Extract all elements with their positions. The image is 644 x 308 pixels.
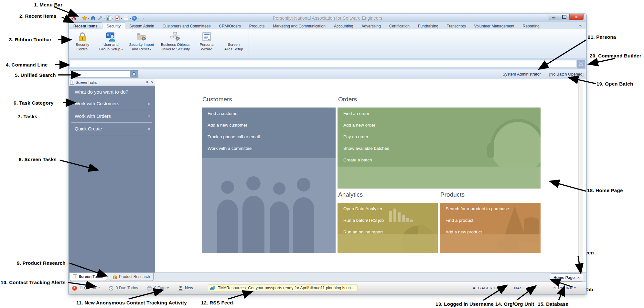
dropdown-arrow-icon[interactable]: ▾ <box>121 17 122 20</box>
toolbar-overflow-icon[interactable]: ▾ <box>143 17 145 20</box>
annotation-command-line: 4. Command Line <box>6 62 48 67</box>
tab-customers-committees[interactable]: Customers and Committees <box>158 23 215 29</box>
chevron-double-down-icon: » <box>147 102 152 105</box>
tab-fundraising[interactable]: Fundraising <box>414 23 443 29</box>
due-today-alerts[interactable]: 0 Due Today <box>109 286 138 291</box>
business-objects-universe-security-button[interactable]: Business Objects Universe Security <box>157 29 193 58</box>
products-image-band <box>440 234 541 253</box>
link-track-phone-call-or-email[interactable]: Track a phone call or email <box>202 131 336 142</box>
future-alerts[interactable]: 0 Future <box>147 286 169 291</box>
annotation-home-page: 18. Home Page <box>587 188 623 193</box>
tab-crm-orders[interactable]: CRM/Orders <box>215 23 245 29</box>
annotation-logged-in-username: 13. Logged in Username <box>435 301 494 307</box>
minimize-button[interactable] <box>549 14 559 20</box>
home-icon[interactable] <box>90 15 96 21</box>
screen-tasks-panel-body: What do you want to do? Work with Custom… <box>69 86 155 272</box>
link-find-an-order[interactable]: Find an order <box>338 108 541 119</box>
task-panel-question: What do you want to do? <box>75 89 128 95</box>
user-group-icon <box>106 31 116 42</box>
help-icon[interactable]: ? <box>132 16 137 21</box>
close-window-button[interactable]: × <box>569 14 584 20</box>
folder-gear-icon <box>136 31 147 42</box>
link-find-a-customer[interactable]: Find a customer <box>202 108 336 119</box>
task-check-icon[interactable] <box>114 15 120 21</box>
toolbar-separator <box>141 16 141 20</box>
app-logo-icon[interactable] <box>71 15 77 21</box>
tab-products[interactable]: Products <box>245 23 269 29</box>
dropdown-arrow-icon[interactable]: ▾ <box>112 17 113 20</box>
link-show-available-batches[interactable]: Show available batches <box>338 142 541 154</box>
unified-search-input[interactable] <box>70 70 131 77</box>
rss-feed[interactable]: TMAResources: Get your passports ready f… <box>208 284 358 292</box>
dropdown-arrow-icon[interactable]: ▾ <box>88 17 89 20</box>
dock-tab-screen-tasks[interactable]: Screen Tasks <box>70 273 107 281</box>
open-batch-label[interactable]: [No Batch Opened] <box>549 72 584 77</box>
annotation-persona: 21. Persona <box>588 34 616 40</box>
tab-transcripts[interactable]: Transcripts <box>443 23 470 29</box>
close-screen-icon[interactable]: × <box>577 275 580 280</box>
screen-alias-setup-button[interactable]: Screen Alias Setup <box>220 29 247 58</box>
database-label[interactable]: PERSONIFY <box>553 286 576 290</box>
gear-icon <box>578 62 584 67</box>
new-activity-label: New <box>185 286 193 290</box>
command-line-input[interactable] <box>70 60 576 67</box>
tab-advertising[interactable]: Advertising <box>357 23 385 29</box>
annotation-contact-tracking-alerts: 10. Contact Tracking Alerts <box>1 280 66 285</box>
tab-certification[interactable]: Certification <box>385 23 414 29</box>
task-category-quick-create[interactable]: Quick Create » <box>69 123 155 135</box>
tools-wrench-icon[interactable] <box>97 15 103 21</box>
customers-section-title: Customers <box>202 96 232 103</box>
task-category-work-with-customers[interactable]: Work with Customers » <box>69 98 155 110</box>
dropdown-arrow-icon[interactable]: ▾ <box>130 17 131 20</box>
close-panel-icon[interactable]: × <box>150 80 155 85</box>
tab-security[interactable]: Security <box>102 22 125 29</box>
persona-wizard-button[interactable]: Persona Wizard <box>193 29 220 58</box>
org-unit-label[interactable]: NASE / NASE <box>514 286 540 290</box>
annotation-tasks: 7. Tasks <box>18 114 38 119</box>
annotation-recent-items: 2. Recent Items <box>19 13 57 19</box>
window-title: Personify: National Association for Soft… <box>69 15 586 21</box>
pin-panel-icon[interactable] <box>145 80 150 85</box>
vertical-scrollbar[interactable] <box>578 79 583 272</box>
title-bar: Personify: National Association for Soft… <box>69 14 586 22</box>
tab-system-admin[interactable]: System Admin <box>125 23 158 29</box>
link-add-a-new-order[interactable]: Add a new order <box>338 119 541 131</box>
screen-tab-home-page[interactable]: Home Page × <box>550 273 583 282</box>
new-anonymous-activity[interactable]: New <box>178 285 193 291</box>
dock-tab-product-research[interactable]: Product Research <box>109 273 154 281</box>
tab-volunteer-management[interactable]: Volunteer Management <box>470 23 519 29</box>
scroll-down-icon[interactable] <box>580 270 582 271</box>
link-find-a-product[interactable]: Find a product <box>440 214 541 226</box>
link-open-data-analyzer[interactable]: Open Data Analyzer <box>338 203 438 214</box>
security-central-button[interactable]: Security Central <box>69 29 96 58</box>
orders-image-band <box>338 167 541 189</box>
dropdown-arrow-icon[interactable]: ▾ <box>103 17 105 20</box>
persona-label[interactable]: System Administrator <box>503 72 541 77</box>
command-builder-button[interactable] <box>577 60 585 68</box>
list-form-icon[interactable] <box>123 15 129 21</box>
favorites-icon[interactable] <box>81 15 87 21</box>
security-import-reset-button[interactable]: Security Import and Reset ▾ <box>126 29 157 58</box>
dropdown-arrow-icon[interactable]: ▾ <box>137 17 139 20</box>
tab-reporting[interactable]: Reporting <box>519 23 544 29</box>
user-group-setup-button[interactable]: User and Group Setup ▾ <box>96 29 126 58</box>
link-run-a-batch-trs-job[interactable]: Run a batch/TRS job <box>338 214 438 226</box>
link-work-with-a-committee[interactable]: Work with a committee <box>202 142 336 154</box>
tab-accounting[interactable]: Accounting <box>330 23 357 29</box>
link-create-a-batch[interactable]: Create a batch <box>338 154 541 166</box>
tab-marketing-communication[interactable]: Marketing and Communication <box>269 23 330 29</box>
task-category-work-with-orders[interactable]: Work with Orders » <box>69 110 155 122</box>
ribbon-collapse-icon[interactable] <box>578 24 583 28</box>
overdue-alerts[interactable]: ! 11 Overdue <box>72 286 100 291</box>
logged-in-username[interactable]: AEGABERDIEL <box>473 286 502 290</box>
search-button[interactable] <box>131 70 138 78</box>
annotation-unified-search: 5. Unified Search <box>15 72 56 78</box>
link-add-a-new-customer[interactable]: Add a new customer <box>202 119 336 131</box>
clock-icon <box>109 286 113 291</box>
link-search-product-to-purchase[interactable]: Search for a product to purchase <box>440 203 541 214</box>
main-area: Screen Tasks × What do you want to do? W… <box>69 79 586 272</box>
link-pay-an-order[interactable]: Pay an order <box>338 131 541 142</box>
chart-report-icon[interactable] <box>106 15 112 21</box>
tab-recent-items[interactable]: Recent Items <box>69 22 102 29</box>
maximize-button[interactable] <box>559 14 569 20</box>
